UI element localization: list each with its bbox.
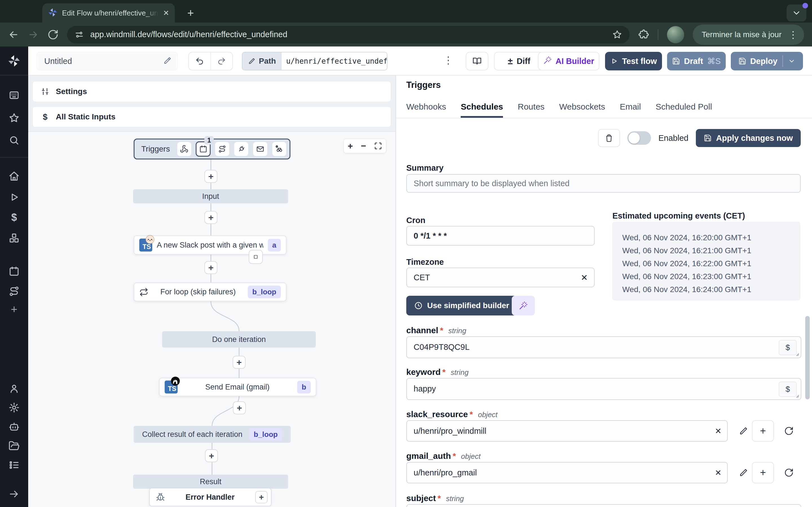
profile-avatar[interactable] — [667, 26, 684, 43]
tab-webhooks[interactable]: Webhooks — [406, 102, 446, 118]
sidebar-item-folders[interactable] — [8, 439, 20, 452]
insert-step-button[interactable]: + — [204, 211, 217, 224]
back-icon[interactable] — [8, 29, 19, 40]
flow-canvas[interactable]: Triggers 1 — [28, 132, 395, 506]
sidebar-item-routes[interactable] — [8, 285, 20, 298]
edit-resource-button[interactable] — [736, 420, 751, 442]
browser-menu-icon[interactable]: ⋮ — [788, 30, 798, 40]
tab-list-chevron-button[interactable] — [786, 4, 806, 21]
forloop-node[interactable]: For loop (skip failures) b_loop — [134, 283, 287, 301]
undo-button[interactable] — [189, 52, 211, 70]
sidebar-item-apps[interactable] — [8, 89, 20, 102]
gmail-auth-input[interactable] — [414, 468, 720, 477]
tab-websockets[interactable]: Websockets — [559, 102, 605, 118]
draft-button[interactable]: Draft ⌘S — [667, 52, 726, 70]
step-node-b[interactable]: TS Send Email (gmail) b — [159, 378, 316, 396]
flow-name-field[interactable]: Untitled — [37, 52, 177, 70]
zoom-in-icon[interactable]: + — [348, 141, 353, 151]
route-trigger-icon[interactable] — [214, 142, 230, 157]
apply-changes-button[interactable]: Apply changes now — [696, 129, 801, 147]
fit-view-icon[interactable] — [374, 142, 382, 150]
refresh-resource-button[interactable] — [781, 420, 797, 442]
site-settings-icon[interactable] — [74, 30, 84, 40]
result-node[interactable]: Result — [133, 474, 288, 489]
insert-step-button[interactable]: + — [204, 170, 217, 183]
websocket-trigger-icon[interactable] — [234, 142, 249, 157]
sidebar-item-search[interactable] — [8, 134, 20, 147]
do-one-iteration-node[interactable]: Do one iteration — [162, 331, 316, 348]
insert-step-button[interactable]: + — [233, 356, 246, 369]
triggers-node[interactable]: Triggers 1 — [134, 138, 290, 159]
settings-row[interactable]: Settings — [33, 81, 391, 102]
sidebar-item-users[interactable] — [8, 382, 20, 395]
clear-resource-icon[interactable]: ✕ — [715, 427, 721, 436]
redo-button[interactable] — [211, 52, 232, 70]
simplified-builder-button[interactable]: Use simplified builder — [406, 296, 517, 316]
test-flow-button[interactable]: Test flow — [605, 52, 662, 70]
sidebar-expand-icon[interactable] — [8, 488, 20, 501]
collect-result-node[interactable]: Collect result of each iteration b_loop — [134, 426, 291, 443]
more-options-icon[interactable]: ⋮ — [443, 54, 453, 66]
resize-handle-icon[interactable] — [795, 352, 799, 356]
add-error-handler-button[interactable]: + — [255, 491, 267, 503]
sidebar-item-workers[interactable] — [8, 421, 20, 434]
edit-name-pencil-icon[interactable] — [163, 56, 172, 66]
deploy-dropdown-chevron-icon[interactable] — [788, 57, 795, 65]
diff-button[interactable]: ± Diff — [494, 52, 544, 70]
channel-input[interactable]: C04P9T8QC9L — [414, 342, 794, 352]
docs-book-button[interactable] — [466, 52, 488, 70]
page-scrollbar-thumb[interactable] — [805, 316, 810, 399]
bookmark-star-icon[interactable] — [612, 30, 622, 40]
sidebar-item-favorites[interactable] — [8, 112, 20, 124]
extensions-puzzle-icon[interactable] — [638, 29, 649, 40]
sidebar-item-add[interactable]: + — [8, 303, 20, 316]
timezone-input[interactable] — [414, 273, 587, 282]
path-field[interactable]: Path u/henri/effective_undef — [242, 52, 388, 70]
forward-icon[interactable] — [28, 29, 39, 40]
error-handler-node[interactable]: Error Handler + — [149, 488, 271, 506]
slack-resource-input[interactable] — [414, 427, 720, 436]
ai-cron-wand-button[interactable] — [512, 296, 535, 316]
add-resource-button[interactable]: + — [752, 420, 774, 442]
insert-step-button[interactable]: + — [204, 261, 217, 274]
deploy-button[interactable]: Deploy — [731, 52, 803, 70]
url-bar[interactable]: app.windmill.dev/flows/edit/u/henri/effe… — [67, 26, 629, 43]
tab-email[interactable]: Email — [620, 102, 641, 118]
path-value[interactable]: u/henri/effective_undef — [282, 52, 387, 70]
zoom-out-icon[interactable]: − — [361, 141, 366, 151]
summary-input[interactable] — [414, 179, 794, 188]
cron-input[interactable] — [414, 231, 587, 240]
sidebar-item-home[interactable] — [8, 170, 20, 183]
tab-close-icon[interactable]: ✕ — [163, 9, 169, 17]
reload-icon[interactable] — [47, 29, 59, 40]
delete-schedule-button[interactable] — [598, 129, 620, 147]
scheduled-poll-trigger-icon[interactable] — [272, 142, 287, 157]
tab-schedules[interactable]: Schedules — [461, 102, 503, 118]
step-node-a[interactable]: TS A new Slack post with a given wor... … — [134, 235, 287, 255]
schedule-trigger-icon[interactable]: 1 — [196, 142, 211, 157]
sidebar-item-variables[interactable]: $ — [8, 211, 20, 224]
browser-update-button[interactable]: Terminer la mise à jour ⋮ — [693, 24, 804, 45]
browser-tab[interactable]: Edit Flow u/henri/effective_un ✕ — [42, 3, 175, 22]
insert-step-button[interactable]: + — [233, 401, 246, 414]
insert-step-button[interactable]: + — [205, 449, 218, 462]
email-trigger-icon[interactable] — [253, 142, 267, 157]
clear-timezone-icon[interactable]: ✕ — [581, 273, 588, 283]
resize-handle-icon[interactable] — [795, 393, 799, 398]
new-tab-button[interactable]: + — [183, 5, 199, 21]
edit-resource-button[interactable] — [736, 462, 751, 483]
tab-scheduled-poll[interactable]: Scheduled Poll — [656, 102, 712, 118]
clear-resource-icon[interactable]: ✕ — [715, 468, 721, 477]
sidebar-item-runs[interactable] — [8, 191, 20, 204]
ai-builder-button[interactable]: AI Builder — [538, 52, 599, 70]
refresh-resource-button[interactable] — [781, 462, 797, 483]
sidebar-item-resources[interactable] — [8, 231, 20, 244]
input-node[interactable]: Input — [133, 189, 288, 203]
keyword-input[interactable]: happy — [414, 384, 794, 393]
sidebar-item-settings[interactable] — [8, 401, 20, 414]
stop-after-step-button[interactable] — [249, 250, 263, 264]
add-resource-button[interactable]: + — [752, 462, 774, 483]
insert-variable-button[interactable]: $ — [779, 340, 797, 355]
webhook-trigger-icon[interactable] — [177, 142, 192, 157]
enabled-toggle[interactable] — [627, 131, 651, 145]
